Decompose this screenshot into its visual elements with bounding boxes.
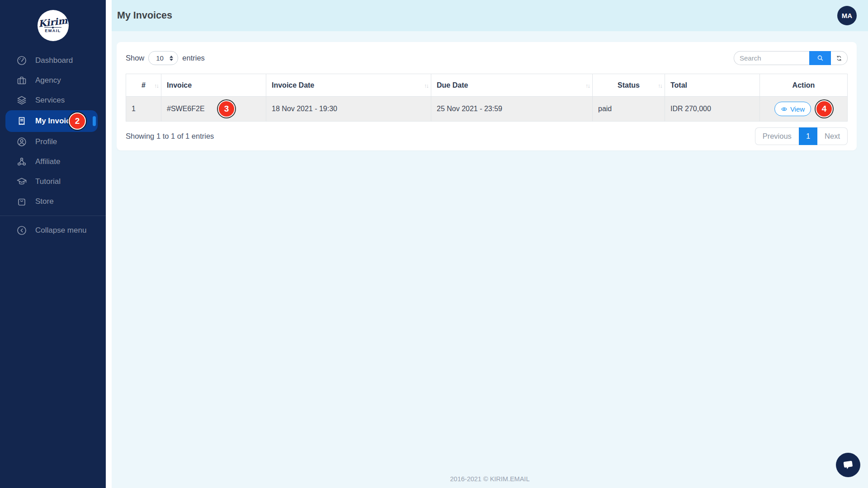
column-header-num[interactable]: # ↑↓ bbox=[126, 74, 161, 97]
sidebar-item-label: Dashboard bbox=[35, 56, 73, 65]
logo-script-text: Kirim bbox=[38, 16, 68, 28]
table-controls: Show 10 entries bbox=[126, 51, 848, 65]
sidebar-item-profile[interactable]: Profile bbox=[0, 132, 106, 152]
share-network-icon bbox=[16, 156, 27, 167]
chat-widget-button[interactable] bbox=[836, 453, 860, 477]
cell-action: View 4 bbox=[760, 97, 848, 122]
copyright-text: 2016-2021 © KIRIM.EMAIL bbox=[112, 475, 868, 483]
cell-status: paid bbox=[593, 97, 665, 122]
content: Show 10 entries bbox=[112, 31, 868, 488]
annotation-badge-3: 3 bbox=[218, 100, 235, 117]
column-header-action: Action bbox=[760, 74, 848, 97]
sidebar-item-label: Affiliate bbox=[35, 157, 60, 166]
sidebar-item-label: Store bbox=[35, 197, 54, 206]
chat-bubble-icon bbox=[841, 458, 855, 472]
user-circle-icon bbox=[16, 136, 27, 147]
briefcase-icon bbox=[16, 75, 27, 86]
cell-invoice-date: 18 Nov 2021 - 19:30 bbox=[266, 97, 431, 122]
invoices-card: Show 10 entries bbox=[117, 42, 857, 150]
column-header-due-date[interactable]: Due Date ↑↓ bbox=[431, 74, 593, 97]
cell-invoice: #SWE6F2E 3 bbox=[161, 97, 266, 122]
sidebar-item-label: Profile bbox=[35, 137, 57, 146]
column-header-total[interactable]: Total bbox=[665, 74, 760, 97]
main-area: My Invoices MA Show 10 entries bbox=[106, 0, 868, 488]
cell-num: 1 bbox=[126, 97, 161, 122]
page-title: My Invoices bbox=[117, 10, 172, 21]
invoice-receipt-icon bbox=[16, 116, 27, 127]
table-header-row: # ↑↓ Invoice Invoice Date ↑↓ D bbox=[126, 74, 848, 97]
sidebar-item-affiliate[interactable]: Affiliate bbox=[0, 152, 106, 172]
sort-arrows-icon[interactable]: ↑↓ bbox=[658, 82, 662, 89]
entries-summary: Showing 1 to 1 of 1 entries bbox=[126, 132, 214, 141]
invoices-table: # ↑↓ Invoice Invoice Date ↑↓ D bbox=[126, 74, 848, 122]
logo-divider bbox=[44, 27, 61, 28]
logo-caps-text: EMAIL bbox=[45, 28, 61, 33]
annotation-badge-4: 4 bbox=[816, 100, 833, 117]
pagination: Previous 1 Next bbox=[755, 127, 848, 145]
magnifier-icon bbox=[816, 54, 824, 62]
cell-total: IDR 270,000 bbox=[665, 97, 760, 122]
pagination-previous-button[interactable]: Previous bbox=[755, 127, 799, 145]
entries-select-value: 10 bbox=[156, 54, 170, 62]
sidebar-item-services[interactable]: Services bbox=[0, 90, 106, 110]
annotation-badge-2: 2 bbox=[69, 113, 86, 130]
sidebar-item-label: Tutorial bbox=[35, 177, 61, 186]
graduation-cap-icon bbox=[16, 176, 27, 187]
shopping-bag-icon bbox=[16, 196, 27, 207]
sort-arrows-icon[interactable]: ↑↓ bbox=[585, 82, 590, 89]
sidebar-item-tutorial[interactable]: Tutorial bbox=[0, 172, 106, 192]
eye-icon bbox=[781, 106, 788, 113]
show-label: Show bbox=[126, 54, 144, 62]
sidebar-item-label: Agency bbox=[35, 76, 61, 85]
invoice-number: #SWE6F2E bbox=[167, 105, 205, 113]
sidebar-item-store[interactable]: Store bbox=[0, 192, 106, 211]
column-header-invoice-date[interactable]: Invoice Date ↑↓ bbox=[266, 74, 431, 97]
layers-icon bbox=[16, 95, 27, 106]
dashboard-gauge-icon bbox=[16, 55, 27, 66]
app-root: Kirim EMAIL Dashboard Agency bbox=[0, 0, 868, 488]
sidebar-item-agency[interactable]: Agency bbox=[0, 70, 106, 90]
sidebar-item-label: Collapse menu bbox=[35, 226, 86, 235]
cell-due-date: 25 Nov 2021 - 23:59 bbox=[431, 97, 593, 122]
kirim-email-logo-icon: Kirim EMAIL bbox=[38, 10, 69, 41]
refresh-button[interactable] bbox=[831, 51, 848, 65]
sort-arrows-icon[interactable]: ↑↓ bbox=[154, 82, 158, 89]
column-header-invoice[interactable]: Invoice bbox=[161, 74, 266, 97]
search-group bbox=[734, 51, 848, 65]
sort-arrows-icon[interactable]: ↑↓ bbox=[424, 82, 428, 89]
view-button[interactable]: View bbox=[774, 102, 811, 116]
collapse-circle-icon bbox=[16, 225, 27, 236]
sidebar: Kirim EMAIL Dashboard Agency bbox=[0, 0, 106, 488]
select-caret-icon bbox=[170, 56, 173, 61]
column-header-status[interactable]: Status ↑↓ bbox=[593, 74, 665, 97]
sidebar-item-dashboard[interactable]: Dashboard bbox=[0, 51, 106, 70]
table-footer: Showing 1 to 1 of 1 entries Previous 1 N… bbox=[126, 127, 848, 145]
sidebar-collapse-menu[interactable]: Collapse menu bbox=[0, 221, 106, 240]
entries-per-page-select[interactable]: 10 bbox=[148, 51, 178, 65]
pagination-next-button[interactable]: Next bbox=[817, 127, 848, 145]
top-bar: My Invoices MA bbox=[112, 0, 868, 31]
active-item-accent-bar bbox=[93, 116, 96, 126]
table-row: 1 #SWE6F2E 3 18 Nov 2021 - 19:30 25 Nov … bbox=[126, 97, 848, 122]
logo[interactable]: Kirim EMAIL bbox=[0, 0, 106, 41]
search-input[interactable] bbox=[734, 51, 809, 65]
sidebar-item-label: Services bbox=[35, 96, 65, 105]
show-entries-control: Show 10 entries bbox=[126, 51, 205, 65]
pagination-page-1-button[interactable]: 1 bbox=[799, 127, 817, 145]
view-button-label: View bbox=[790, 105, 805, 113]
search-button[interactable] bbox=[809, 51, 831, 65]
sidebar-nav: Dashboard Agency Services My Invoices 2 bbox=[0, 51, 106, 240]
sidebar-divider bbox=[0, 216, 106, 216]
refresh-arrows-icon bbox=[835, 55, 843, 62]
avatar[interactable]: MA bbox=[837, 6, 857, 25]
entries-label: entries bbox=[182, 54, 205, 62]
sidebar-item-my-invoices[interactable]: My Invoices 2 bbox=[5, 110, 98, 132]
